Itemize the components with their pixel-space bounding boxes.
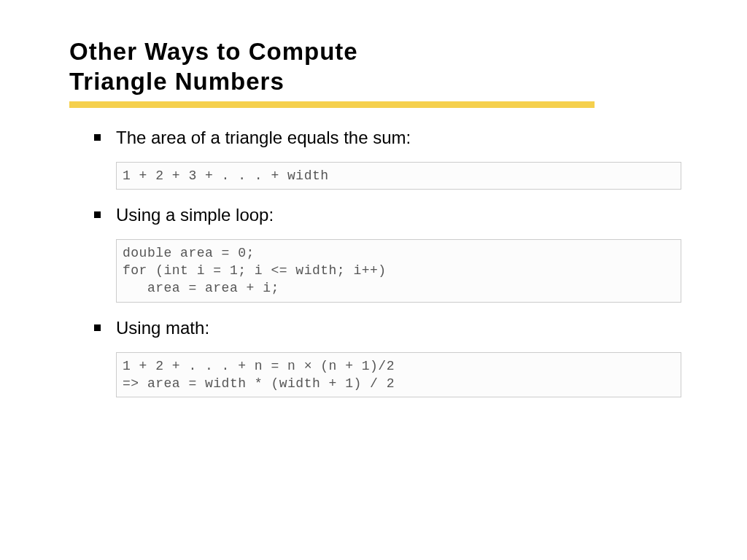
title-line-2: Triangle Numbers — [69, 68, 285, 95]
slide: Other Ways to Compute Triangle Numbers T… — [0, 0, 747, 397]
slide-content: The area of a triangle equals the sum: 1… — [69, 127, 681, 398]
code-block: 1 + 2 + . . . + n = n × (n + 1)/2 => are… — [116, 352, 681, 398]
code-block: 1 + 2 + 3 + . . . + width — [116, 162, 681, 190]
bullet-text: Using math: — [116, 318, 209, 338]
bullet-item: The area of a triangle equals the sum: — [94, 127, 681, 149]
bullet-text: The area of a triangle equals the sum: — [116, 128, 411, 147]
bullet-list: The area of a triangle equals the sum: 1… — [94, 127, 681, 398]
slide-title: Other Ways to Compute Triangle Numbers — [69, 36, 681, 97]
bullet-text: Using a simple loop: — [116, 205, 274, 225]
bullet-item: Using math: — [94, 317, 681, 339]
title-underline — [69, 101, 595, 108]
code-block: double area = 0; for (int i = 1; i <= wi… — [116, 239, 681, 303]
title-line-1: Other Ways to Compute — [69, 38, 358, 65]
bullet-item: Using a simple loop: — [94, 204, 681, 226]
